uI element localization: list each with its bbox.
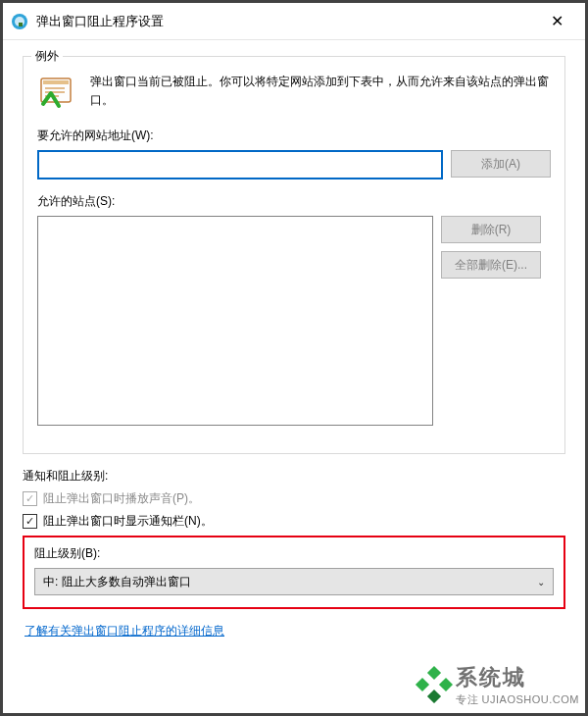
info-text: 弹出窗口当前已被阻止。你可以将特定网站添加到下表中，从而允许来自该站点的弹出窗口… (90, 73, 551, 110)
level-label: 阻止级别(B): (34, 545, 554, 562)
blocking-level-value: 中: 阻止大多数自动弹出窗口 (43, 574, 191, 590)
svg-rect-2 (19, 23, 23, 26)
svg-rect-10 (439, 678, 453, 691)
svg-rect-4 (43, 80, 69, 84)
popup-blocked-icon (37, 73, 76, 112)
sites-row: 删除(R) 全部删除(E)... (37, 216, 551, 426)
notification-section: 通知和阻止级别: ✓ 阻止弹出窗口时播放声音(P)。 ✓ 阻止弹出窗口时显示通知… (23, 468, 565, 653)
play-sound-label: 阻止弹出窗口时播放声音(P)。 (43, 490, 200, 507)
app-icon (11, 13, 28, 30)
titlebar: 弹出窗口阻止程序设置 ✕ (3, 3, 585, 40)
notification-legend: 通知和阻止级别: (23, 468, 565, 485)
exceptions-legend: 例外 (31, 48, 63, 65)
close-icon: ✕ (551, 12, 564, 30)
play-sound-row: ✓ 阻止弹出窗口时播放声音(P)。 (23, 490, 565, 507)
remove-all-button[interactable]: 全部删除(E)... (441, 251, 541, 279)
svg-rect-11 (427, 690, 441, 703)
learn-more-link[interactable]: 了解有关弹出窗口阻止程序的详细信息 (24, 623, 224, 639)
chevron-down-icon: ⌄ (537, 577, 545, 588)
svg-rect-9 (416, 678, 429, 691)
window-title: 弹出窗口阻止程序设置 (36, 13, 536, 30)
address-label: 要允许的网站地址(W): (37, 128, 551, 144)
play-sound-checkbox: ✓ (23, 491, 37, 506)
remove-button[interactable]: 删除(R) (441, 216, 541, 243)
checkmark-icon: ✓ (25, 516, 34, 527)
show-bar-label: 阻止弹出窗口时显示通知栏(N)。 (43, 513, 213, 530)
watermark-subtitle: 专注 UJIAOSHOU.COM (456, 692, 579, 707)
checkmark-icon: ✓ (25, 493, 34, 504)
blocking-level-select[interactable]: 中: 阻止大多数自动弹出窗口 ⌄ (34, 568, 554, 595)
info-row: 弹出窗口当前已被阻止。你可以将特定网站添加到下表中，从而允许来自该站点的弹出窗口… (37, 73, 551, 112)
close-button[interactable]: ✕ (536, 3, 577, 40)
add-button[interactable]: 添加(A) (451, 150, 551, 178)
exceptions-group: 例外 弹出窗口当前已被阻止。你可以将特定网站添加到下表中，从而允许来自该站点的弹… (23, 56, 565, 454)
address-input[interactable] (37, 150, 443, 179)
blocking-level-highlight: 阻止级别(B): 中: 阻止大多数自动弹出窗口 ⌄ (23, 536, 565, 609)
address-row: 添加(A) (37, 150, 551, 179)
sites-buttons: 删除(R) 全部删除(E)... (441, 216, 541, 426)
allowed-sites-listbox[interactable] (37, 216, 433, 426)
sites-label: 允许的站点(S): (37, 193, 551, 210)
show-bar-row: ✓ 阻止弹出窗口时显示通知栏(N)。 (23, 513, 565, 530)
show-bar-checkbox[interactable]: ✓ (23, 514, 37, 529)
dialog-content: 例外 弹出窗口当前已被阻止。你可以将特定网站添加到下表中，从而允许来自该站点的弹… (3, 40, 585, 677)
